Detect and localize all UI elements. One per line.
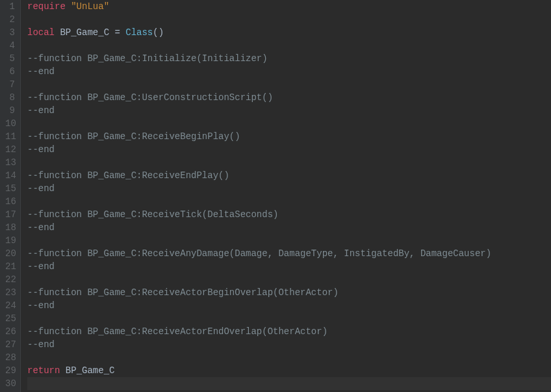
code-line[interactable] bbox=[27, 273, 551, 286]
token: require bbox=[27, 0, 66, 13]
token: --function BP_Game_C:ReceiveEndPlay() bbox=[27, 169, 229, 182]
token: --function BP_Game_C:ReceiveTick(DeltaSe… bbox=[27, 208, 278, 221]
line-number: 26 bbox=[5, 325, 15, 338]
line-number: 21 bbox=[5, 260, 15, 273]
code-line[interactable]: require "UnLua" bbox=[27, 0, 551, 13]
line-number: 2 bbox=[5, 13, 15, 26]
code-line[interactable] bbox=[27, 117, 551, 130]
line-number: 25 bbox=[5, 312, 15, 325]
line-number: 7 bbox=[5, 78, 15, 91]
code-line[interactable] bbox=[27, 156, 551, 169]
code-line[interactable] bbox=[27, 39, 551, 52]
line-number: 22 bbox=[5, 273, 15, 286]
code-line[interactable] bbox=[27, 234, 551, 247]
token: BP_Game_C bbox=[60, 364, 114, 377]
code-line[interactable] bbox=[27, 78, 551, 91]
line-number: 6 bbox=[5, 65, 15, 78]
token: --end bbox=[27, 182, 55, 195]
line-number: 13 bbox=[5, 156, 15, 169]
token: local bbox=[27, 26, 55, 39]
code-line[interactable] bbox=[27, 377, 551, 390]
code-line[interactable]: return BP_Game_C bbox=[27, 364, 551, 377]
code-line[interactable] bbox=[27, 195, 551, 208]
token: --end bbox=[27, 104, 55, 117]
line-number: 8 bbox=[5, 91, 15, 104]
line-number-gutter: 1234567891011121314151617181920212223242… bbox=[0, 0, 21, 392]
line-number: 10 bbox=[5, 117, 15, 130]
line-number: 20 bbox=[5, 247, 15, 260]
token: return bbox=[27, 364, 60, 377]
code-line[interactable]: --end bbox=[27, 221, 551, 234]
code-line[interactable]: --function BP_Game_C:Initialize(Initiali… bbox=[27, 52, 551, 65]
line-number: 17 bbox=[5, 208, 15, 221]
line-number: 30 bbox=[5, 377, 15, 390]
token: = bbox=[114, 26, 125, 39]
token: --function BP_Game_C:ReceiveActorBeginOv… bbox=[27, 286, 339, 299]
token: "UnLua" bbox=[71, 0, 109, 13]
token bbox=[66, 0, 71, 13]
code-line[interactable]: --function BP_Game_C:ReceiveTick(DeltaSe… bbox=[27, 208, 551, 221]
line-number: 9 bbox=[5, 104, 15, 117]
line-number: 24 bbox=[5, 299, 15, 312]
line-number: 4 bbox=[5, 39, 15, 52]
line-number: 28 bbox=[5, 351, 15, 364]
line-number: 27 bbox=[5, 338, 15, 351]
code-line[interactable]: --end bbox=[27, 338, 551, 351]
token: --end bbox=[27, 338, 55, 351]
token: --end bbox=[27, 299, 55, 312]
code-line[interactable]: --function BP_Game_C:ReceiveAnyDamage(Da… bbox=[27, 247, 551, 260]
code-line[interactable] bbox=[27, 13, 551, 26]
code-line[interactable]: --function BP_Game_C:ReceiveActorEndOver… bbox=[27, 325, 551, 338]
line-number: 19 bbox=[5, 234, 15, 247]
line-number: 5 bbox=[5, 52, 15, 65]
code-line[interactable]: --end bbox=[27, 65, 551, 78]
code-line[interactable]: --end bbox=[27, 104, 551, 117]
line-number: 1 bbox=[5, 0, 15, 13]
line-number: 3 bbox=[5, 26, 15, 39]
token: () bbox=[153, 26, 164, 39]
code-line[interactable] bbox=[27, 351, 551, 364]
token: --end bbox=[27, 260, 55, 273]
line-number: 16 bbox=[5, 195, 15, 208]
code-line[interactable]: --end bbox=[27, 182, 551, 195]
line-number: 15 bbox=[5, 182, 15, 195]
line-number: 12 bbox=[5, 143, 15, 156]
token: --function BP_Game_C:UserConstructionScr… bbox=[27, 91, 273, 104]
token: --function BP_Game_C:Initialize(Initiali… bbox=[27, 52, 268, 65]
code-line[interactable]: --function BP_Game_C:ReceiveEndPlay() bbox=[27, 169, 551, 182]
code-line[interactable]: --end bbox=[27, 299, 551, 312]
line-number: 14 bbox=[5, 169, 15, 182]
line-number: 11 bbox=[5, 130, 15, 143]
token: --end bbox=[27, 65, 55, 78]
code-editor-area[interactable]: require "UnLua" local BP_Game_C = Class(… bbox=[21, 0, 551, 392]
token: Class bbox=[125, 26, 153, 39]
line-number: 18 bbox=[5, 221, 15, 234]
token: --end bbox=[27, 143, 55, 156]
token: --function BP_Game_C:ReceiveBeginPlay() bbox=[27, 130, 240, 143]
code-line[interactable]: --function BP_Game_C:ReceiveBeginPlay() bbox=[27, 130, 551, 143]
code-line[interactable]: --end bbox=[27, 143, 551, 156]
code-line[interactable]: local BP_Game_C = Class() bbox=[27, 26, 551, 39]
token: --function BP_Game_C:ReceiveAnyDamage(Da… bbox=[27, 247, 491, 260]
code-line[interactable]: --function BP_Game_C:ReceiveActorBeginOv… bbox=[27, 286, 551, 299]
token: --function BP_Game_C:ReceiveActorEndOver… bbox=[27, 325, 327, 338]
code-line[interactable]: --end bbox=[27, 260, 551, 273]
token: BP_Game_C bbox=[55, 26, 114, 39]
line-number: 23 bbox=[5, 286, 15, 299]
code-line[interactable]: --function BP_Game_C:UserConstructionScr… bbox=[27, 91, 551, 104]
line-number: 29 bbox=[5, 364, 15, 377]
token: --end bbox=[27, 221, 55, 234]
code-line[interactable] bbox=[27, 312, 551, 325]
